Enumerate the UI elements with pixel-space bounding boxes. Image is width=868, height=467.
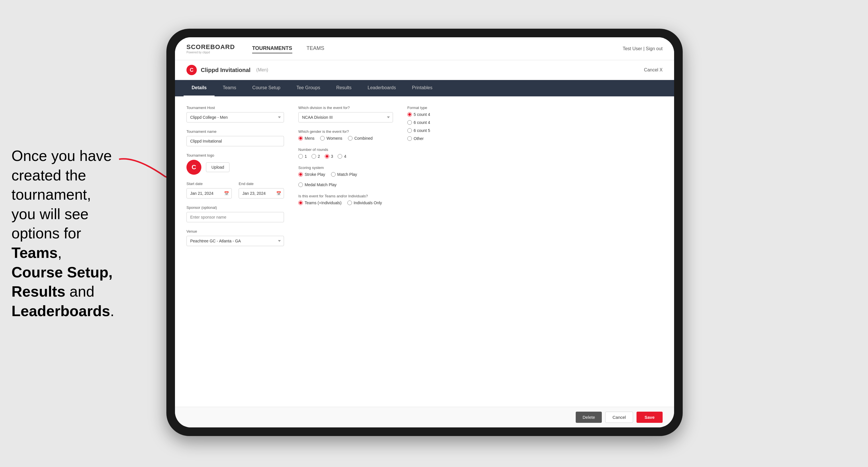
format-6count4[interactable]: 6 count 4 — [407, 120, 482, 125]
nav-teams[interactable]: TEAMS — [307, 44, 324, 53]
individuals-label-text: Individuals Only — [354, 200, 382, 205]
scoring-match-radio[interactable] — [331, 172, 336, 177]
dates-section: Start date 📅 End date — [186, 182, 284, 198]
format-other-radio[interactable] — [407, 136, 412, 141]
format-6count4-radio[interactable] — [407, 120, 412, 125]
scoring-stroke[interactable]: Stroke Play — [298, 172, 325, 177]
rounds-1-radio[interactable] — [298, 154, 303, 159]
format-6count5-label: 6 count 5 — [414, 128, 430, 133]
host-label: Tournament Host — [186, 105, 284, 110]
tab-results[interactable]: Results — [328, 80, 360, 96]
rounds-4-radio[interactable] — [338, 154, 342, 159]
gender-combined-label: Combined — [354, 136, 373, 141]
rounds-4[interactable]: 4 — [338, 154, 346, 159]
individuals-option[interactable]: Individuals Only — [347, 200, 382, 205]
scoring-match-label: Match Play — [337, 172, 357, 177]
rounds-section: Number of rounds 1 2 — [298, 148, 393, 159]
logo-preview: C — [186, 160, 202, 175]
host-select[interactable]: Clippd College - Men — [186, 112, 284, 123]
venue-select[interactable]: Peachtree GC - Atlanta - GA — [186, 236, 284, 246]
logo-area: SCOREBOARD Powered by clippd — [186, 43, 235, 54]
scoring-medal-radio[interactable] — [298, 182, 303, 187]
calendar-icon-end: 📅 — [276, 191, 281, 196]
host-section: Tournament Host Clippd College - Men — [186, 105, 284, 123]
tab-tee-groups[interactable]: Tee Groups — [288, 80, 328, 96]
format-section: Format type 5 count 4 6 count 4 — [407, 105, 482, 141]
form-col-right: Format type 5 count 4 6 count 4 — [407, 105, 482, 253]
logo-title: SCOREBOARD — [186, 43, 235, 51]
format-5count4-radio[interactable] — [407, 112, 412, 117]
individuals-radio[interactable] — [347, 200, 352, 205]
cancel-button[interactable]: Cancel X — [644, 67, 662, 72]
scoring-match[interactable]: Match Play — [331, 172, 357, 177]
division-select[interactable]: NCAA Division III — [298, 112, 393, 123]
scoring-stroke-label: Stroke Play — [305, 172, 325, 177]
format-5count4[interactable]: 5 count 4 — [407, 112, 482, 117]
scoring-stroke-radio[interactable] — [298, 172, 303, 177]
format-6count5[interactable]: 6 count 5 — [407, 128, 482, 133]
format-other-label: Other — [414, 136, 424, 141]
gender-section: Which gender is the event for? Mens Wome… — [298, 129, 393, 141]
sponsor-label: Sponsor (optional) — [186, 206, 284, 210]
tab-teams[interactable]: Teams — [215, 80, 244, 96]
venue-label: Venue — [186, 229, 284, 234]
form-col-left: Tournament Host Clippd College - Men Tou… — [186, 105, 284, 253]
scoring-section: Scoring system Stroke Play Match Play — [298, 165, 393, 187]
tab-details[interactable]: Details — [184, 80, 215, 96]
teams-radio-group: Teams (+Individuals) Individuals Only — [298, 200, 393, 205]
rounds-2-radio[interactable] — [311, 154, 316, 159]
tab-printables[interactable]: Printables — [404, 80, 440, 96]
rounds-4-label: 4 — [344, 154, 346, 159]
tournament-gender: (Men) — [256, 67, 268, 72]
format-5count4-label: 5 count 4 — [414, 112, 430, 117]
upload-button[interactable]: Upload — [206, 162, 229, 172]
rounds-1[interactable]: 1 — [298, 154, 307, 159]
nav-tournaments[interactable]: TOURNAMENTS — [252, 44, 292, 53]
name-input[interactable] — [186, 136, 284, 146]
scoring-medal[interactable]: Medal Match Play — [298, 182, 337, 187]
cancel-form-button[interactable]: Cancel — [605, 412, 633, 423]
delete-button[interactable]: Delete — [576, 412, 602, 423]
rounds-3-radio[interactable] — [325, 154, 329, 159]
date-row: Start date 📅 End date — [186, 182, 284, 198]
format-other[interactable]: Other — [407, 136, 482, 141]
tournament-header: C Clippd Invitational (Men) Cancel X — [175, 60, 674, 80]
tab-course-setup[interactable]: Course Setup — [244, 80, 288, 96]
format-6count5-radio[interactable] — [407, 128, 412, 133]
name-section: Tournament name — [186, 129, 284, 146]
rounds-2[interactable]: 2 — [311, 154, 320, 159]
gender-womens[interactable]: Womens — [320, 136, 342, 141]
gender-womens-radio[interactable] — [320, 136, 325, 141]
top-nav: SCOREBOARD Powered by clippd TOURNAMENTS… — [175, 37, 674, 60]
gender-mens-radio[interactable] — [298, 136, 303, 141]
gender-womens-label: Womens — [327, 136, 342, 141]
end-date-wrap: 📅 — [239, 188, 284, 198]
teams-option[interactable]: Teams (+Individuals) — [298, 200, 342, 205]
division-label: Which division is the event for? — [298, 105, 393, 110]
rounds-3[interactable]: 3 — [325, 154, 333, 159]
form-area: Tournament Host Clippd College - Men Tou… — [175, 96, 674, 407]
gender-combined-radio[interactable] — [348, 136, 352, 141]
teams-label: Is this event for Teams and/or Individua… — [298, 194, 393, 198]
format-6count4-label: 6 count 4 — [414, 120, 430, 125]
tablet-screen: SCOREBOARD Powered by clippd TOURNAMENTS… — [175, 37, 674, 428]
save-button[interactable]: Save — [637, 412, 662, 423]
format-radio-group: 5 count 4 6 count 4 6 count 5 — [407, 112, 482, 141]
tab-leaderboards[interactable]: Leaderboards — [360, 80, 404, 96]
sponsor-input[interactable] — [186, 212, 284, 222]
user-info[interactable]: Test User | Sign out — [623, 46, 662, 51]
end-date-field: End date 📅 — [239, 182, 284, 198]
gender-mens[interactable]: Mens — [298, 136, 314, 141]
venue-section: Venue Peachtree GC - Atlanta - GA — [186, 229, 284, 246]
tournament-name-area: C Clippd Invitational (Men) — [186, 65, 268, 75]
start-date-field: Start date 📅 — [186, 182, 232, 198]
logo-section: Tournament logo C Upload — [186, 153, 284, 175]
gender-combined[interactable]: Combined — [348, 136, 373, 141]
app-content: SCOREBOARD Powered by clippd TOURNAMENTS… — [175, 37, 674, 428]
scoring-radio-group: Stroke Play Match Play Medal Match Play — [298, 172, 393, 187]
end-date-label: End date — [239, 182, 284, 186]
rounds-label: Number of rounds — [298, 148, 393, 152]
teams-radio[interactable] — [298, 200, 303, 205]
calendar-icon: 📅 — [224, 191, 229, 196]
scoring-medal-label: Medal Match Play — [305, 182, 337, 187]
